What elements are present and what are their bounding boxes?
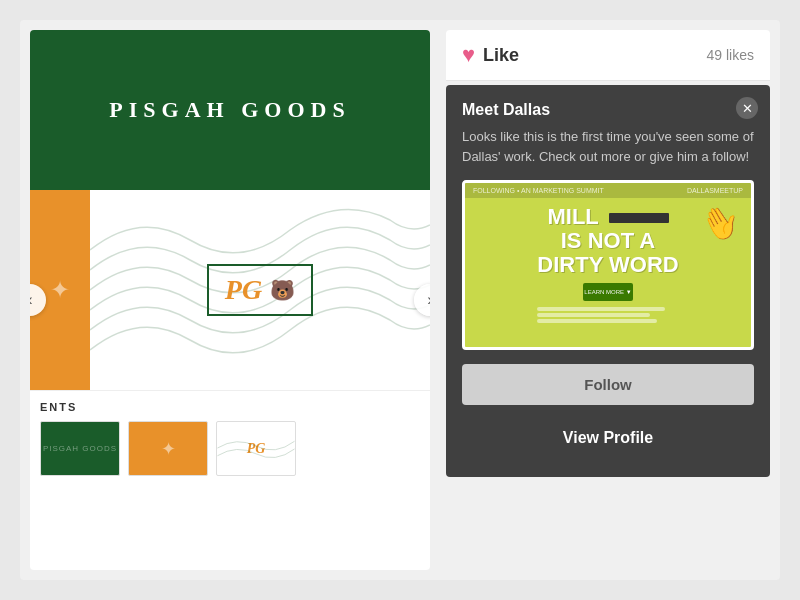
design-thumbnails: PISGAH GOODS ✦ PG — [40, 421, 420, 476]
popup-image-title-line3: DIRTY WORD — [537, 253, 678, 277]
popup-image-title-line2: IS NOT A — [537, 229, 678, 253]
design-hero: PISGAH GOODS — [30, 30, 430, 190]
like-count: 49 likes — [707, 47, 754, 63]
meet-popup: ✕ Meet Dallas Looks like this is the fir… — [446, 85, 770, 477]
design-main-area: PG 🐻 — [90, 190, 430, 390]
like-left: ♥ Like — [462, 42, 519, 68]
logo-box: PG 🐻 — [207, 264, 313, 316]
thumb-green-text: PISGAH GOODS — [43, 444, 117, 453]
decorative-icon: ✦ — [50, 276, 70, 304]
popup-image-top-right: DALLASMEETUP — [687, 187, 743, 194]
right-panel: ♥ Like 49 likes ✕ Meet Dallas Looks like… — [446, 30, 770, 570]
close-icon: ✕ — [742, 101, 753, 116]
design-bottom: ENTS PISGAH GOODS ✦ PG — [30, 390, 430, 486]
design-middle: ✦ PG 🐻 — [30, 190, 430, 390]
left-arrow-icon: ‹ — [30, 291, 33, 309]
popup-image-title-line1: MILL — [537, 205, 678, 229]
thumb-2: ✦ — [128, 421, 208, 476]
thumb-1: PISGAH GOODS — [40, 421, 120, 476]
popup-title: Meet Dallas — [462, 101, 754, 119]
popup-image-body-lines — [537, 307, 678, 323]
like-bar: ♥ Like 49 likes — [446, 30, 770, 81]
right-arrow-icon: › — [427, 291, 430, 309]
popup-close-button[interactable]: ✕ — [736, 97, 758, 119]
bear-icon: 🐻 — [270, 278, 295, 302]
thumb-3: PG — [216, 421, 296, 476]
popup-body-text: Looks like this is the first time you've… — [462, 127, 754, 166]
popup-image-top-bar: FOLLOWING • AN MARKETING SUMMIT DALLASME… — [465, 183, 751, 198]
popup-image-cta: LEARN MORE ▼ — [584, 289, 631, 295]
logo-pg: PG — [225, 274, 262, 306]
main-container: PISGAH GOODS ✦ PG 🐻 — [20, 20, 780, 580]
popup-image-content: MILL IS NOT A DIRTY WORD LEARN MORE ▼ — [525, 193, 690, 338]
hero-title: PISGAH GOODS — [109, 97, 350, 123]
follow-button[interactable]: Follow — [462, 364, 754, 405]
thumb-orange-icon: ✦ — [161, 438, 176, 460]
popup-image-top-left: FOLLOWING • AN MARKETING SUMMIT — [473, 187, 604, 194]
popup-preview-image: FOLLOWING • AN MARKETING SUMMIT DALLASME… — [462, 180, 754, 350]
hand-icon: ✋ — [694, 196, 748, 249]
left-panel: PISGAH GOODS ✦ PG 🐻 — [30, 30, 430, 570]
view-profile-button[interactable]: View Profile — [462, 415, 754, 461]
like-label[interactable]: Like — [483, 45, 519, 66]
heart-icon: ♥ — [462, 42, 475, 68]
bottom-section-title: ENTS — [40, 401, 420, 413]
